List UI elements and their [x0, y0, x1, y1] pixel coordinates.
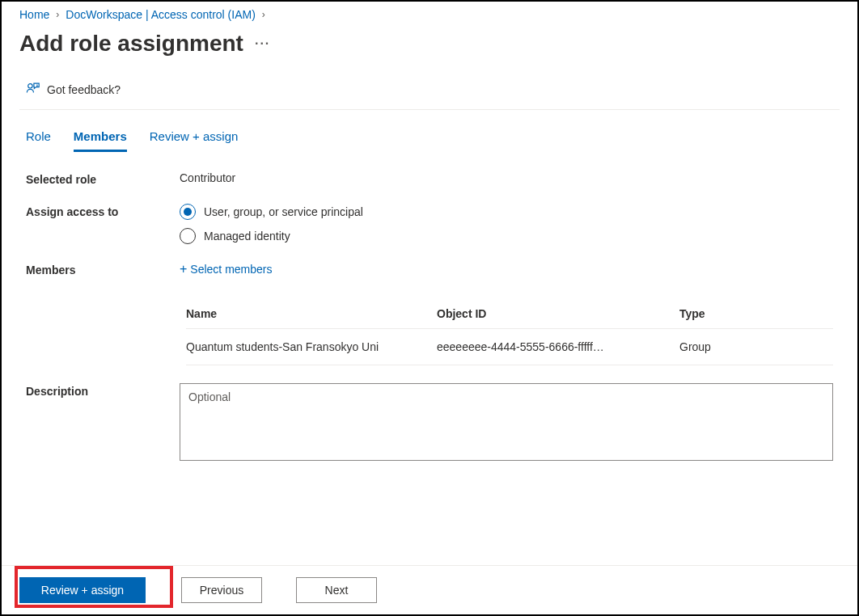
description-textarea[interactable] [180, 383, 833, 461]
select-members-label: Select members [190, 263, 272, 276]
radio-user-group-sp[interactable]: User, group, or service principal [180, 204, 833, 220]
radio-managed-identity-label: Managed identity [204, 230, 290, 243]
chevron-right-icon: › [56, 9, 59, 20]
breadcrumb-workspace[interactable]: DocWorkspace | Access control (IAM) [66, 8, 255, 21]
assign-access-label: Assign access to [26, 204, 180, 218]
members-table: Name Object ID Type Quantum students-San… [186, 299, 833, 365]
footer-bar: Review + assign Previous Next [2, 565, 857, 614]
cell-name: Quantum students-San Fransokyo Uni [186, 329, 437, 365]
more-actions-button[interactable]: ··· [255, 36, 270, 51]
cell-object-id: eeeeeeee-4444-5555-6666-fffff… [437, 329, 679, 365]
feedback-link[interactable]: Got feedback? [19, 60, 840, 110]
chevron-right-icon: › [262, 9, 265, 20]
plus-icon: + [180, 262, 187, 276]
select-members-link[interactable]: + Select members [180, 262, 833, 276]
breadcrumb-home[interactable]: Home [19, 8, 49, 21]
col-name[interactable]: Name [186, 299, 437, 329]
person-feedback-icon [26, 81, 40, 98]
members-label: Members [26, 262, 180, 276]
cell-type: Group [679, 329, 833, 365]
col-type[interactable]: Type [679, 299, 833, 329]
tab-members[interactable]: Members [74, 124, 127, 152]
selected-role-value: Contributor [180, 171, 833, 184]
table-header-row: Name Object ID Type [186, 299, 833, 329]
page-title: Add role assignment ··· [19, 31, 840, 57]
svg-point-0 [28, 84, 32, 88]
next-button[interactable]: Next [296, 577, 377, 603]
radio-unselected-icon [180, 228, 196, 244]
radio-managed-identity[interactable]: Managed identity [180, 228, 833, 244]
breadcrumb: Home › DocWorkspace | Access control (IA… [19, 5, 840, 21]
previous-button[interactable]: Previous [181, 577, 262, 603]
radio-user-group-sp-label: User, group, or service principal [204, 205, 363, 218]
feedback-label: Got feedback? [47, 83, 121, 96]
review-assign-button[interactable]: Review + assign [19, 577, 146, 603]
col-object-id[interactable]: Object ID [437, 299, 679, 329]
assign-access-radio-group: User, group, or service principal Manage… [180, 204, 833, 244]
tabs: Role Members Review + assign [19, 110, 840, 152]
tab-review-assign[interactable]: Review + assign [150, 124, 239, 152]
radio-selected-icon [180, 204, 196, 220]
tab-role[interactable]: Role [26, 124, 51, 152]
selected-role-label: Selected role [26, 171, 180, 186]
description-label: Description [26, 383, 180, 398]
table-row[interactable]: Quantum students-San Fransokyo Uni eeeee… [186, 329, 833, 365]
